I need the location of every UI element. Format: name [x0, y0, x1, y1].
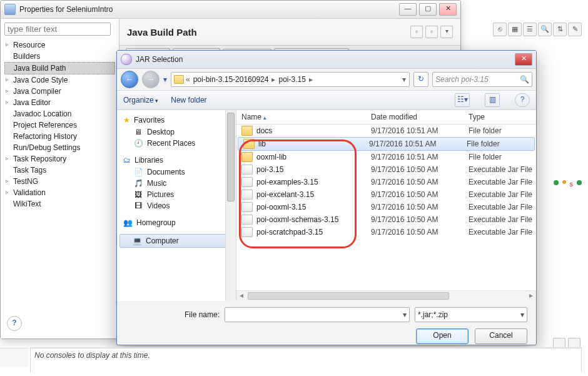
file-row[interactable]: poi-examples-3.159/17/2016 10:50 AMExecu…: [236, 176, 536, 188]
file-row[interactable]: poi-excelant-3.159/17/2016 10:50 AMExecu…: [236, 188, 536, 201]
file-name-input[interactable]: ▾: [225, 307, 410, 322]
toolbar-button[interactable]: 🔍: [538, 23, 552, 36]
nav-icon: 🎞: [133, 201, 143, 210]
history-dropdown-icon[interactable]: ▾: [163, 75, 167, 84]
tree-item[interactable]: Javadoc Location: [4, 108, 115, 119]
tree-item[interactable]: Project References: [4, 119, 115, 131]
chevron-down-icon[interactable]: ▾: [520, 310, 524, 319]
file-name-label: File name:: [126, 310, 220, 319]
properties-titlebar[interactable]: Properties for SeleniumIntro — ▢ ✕: [1, 1, 460, 19]
nav-item[interactable]: 📄Documents: [117, 166, 236, 178]
view-options-button[interactable]: ☷▾: [455, 93, 470, 107]
column-headers[interactable]: Name Date modified Type: [236, 110, 536, 124]
tree-item[interactable]: Task Repository: [4, 153, 115, 165]
nav-scrollbar[interactable]: [225, 110, 236, 301]
tree-item[interactable]: Java Editor: [4, 97, 115, 108]
file-row[interactable]: docs9/17/2016 10:51 AMFile folder: [236, 124, 536, 137]
toolbar-button[interactable]: ☰: [523, 23, 537, 36]
tree-item[interactable]: Java Build Path: [4, 62, 115, 74]
file-type: File folder: [464, 153, 536, 161]
homegroup-item[interactable]: 👥 Homegroup: [117, 216, 236, 229]
computer-item[interactable]: 💻 Computer: [119, 234, 233, 248]
back-icon[interactable]: ⬨: [410, 26, 423, 38]
refresh-button[interactable]: ↻: [413, 72, 428, 87]
tree-item[interactable]: Refactoring History: [4, 131, 115, 142]
libraries-group[interactable]: 🗂 Libraries: [117, 154, 236, 166]
tree-item[interactable]: Task Tags: [4, 165, 115, 176]
file-row[interactable]: poi-scratchpad-3.159/17/2016 10:50 AMExe…: [236, 226, 536, 238]
tree-item[interactable]: Run/Debug Settings: [4, 142, 115, 153]
toolbar-button[interactable]: ⇅: [553, 23, 567, 36]
crumb-current[interactable]: poi-3.15: [277, 75, 307, 84]
file-date: 9/17/2016 10:50 AM: [366, 203, 464, 211]
libraries-icon: 🗂: [123, 156, 131, 165]
chevron-icon: «: [185, 75, 191, 84]
chevron-down-icon[interactable]: ▾: [402, 75, 407, 84]
tree-item[interactable]: Resource: [4, 39, 115, 51]
nav-back-button[interactable]: ←: [121, 71, 138, 88]
toolbar-button[interactable]: ▦: [508, 23, 522, 36]
tree-item[interactable]: Java Code Style: [4, 74, 115, 86]
tree-item[interactable]: WikiText: [4, 198, 115, 210]
folder-icon: [241, 126, 253, 136]
organize-menu[interactable]: Organize: [123, 96, 158, 104]
file-date: 9/17/2016 10:51 AM: [364, 140, 462, 148]
cancel-button[interactable]: Cancel: [475, 328, 527, 344]
folder-icon: [243, 139, 255, 149]
col-date[interactable]: Date modified: [366, 113, 464, 121]
chevron-down-icon[interactable]: ▾: [403, 310, 407, 319]
file-type: File folder: [462, 140, 534, 148]
help-icon[interactable]: ?: [515, 93, 530, 107]
tree-item[interactable]: Validation: [4, 187, 115, 198]
tree-item[interactable]: Builders: [4, 51, 115, 62]
nav-forward-button[interactable]: →: [142, 71, 160, 88]
help-button[interactable]: ?: [7, 316, 22, 331]
nav-item[interactable]: 🎵Music: [117, 178, 236, 189]
toolbar-button[interactable]: ⎋: [493, 23, 507, 36]
file-type: Executable Jar File: [464, 178, 536, 186]
filter-input[interactable]: [4, 23, 111, 36]
nav-item[interactable]: 🕘Recent Places: [117, 138, 236, 149]
console-view: No consoles to display at this time.: [30, 348, 582, 372]
nav-item[interactable]: 🎞Videos: [117, 200, 236, 211]
tree-item[interactable]: Java Compiler: [4, 86, 115, 97]
breadcrumb[interactable]: « poi-bin-3.15-20160924 ▸ poi-3.15 ▸ ▾: [171, 72, 410, 87]
favorites-group[interactable]: ★ Favorites: [117, 114, 236, 126]
search-input[interactable]: Search poi-3.15 🔍: [432, 72, 532, 87]
file-row[interactable]: poi-ooxml-3.159/17/2016 10:50 AMExecutab…: [236, 201, 536, 213]
status-s-icon: s: [570, 180, 574, 188]
file-row[interactable]: poi-ooxml-schemas-3.159/17/2016 10:50 AM…: [236, 213, 536, 226]
file-date: 9/17/2016 10:51 AM: [366, 153, 464, 161]
tree-item[interactable]: TestNG: [4, 176, 115, 187]
file-dialog-titlebar[interactable]: JAR Selection ✕: [117, 51, 536, 69]
forward-icon[interactable]: ⬨: [425, 26, 438, 38]
toolbar-button[interactable]: ✎: [568, 23, 582, 36]
col-type[interactable]: Type: [464, 113, 536, 121]
maximize-button[interactable]: ▢: [419, 3, 437, 16]
star-icon: ★: [123, 116, 130, 124]
nav-item[interactable]: 🖥Desktop: [117, 126, 236, 138]
file-row[interactable]: ooxml-lib9/17/2016 10:51 AMFile folder: [236, 151, 536, 163]
address-bar-row: ← → ▾ « poi-bin-3.15-20160924 ▸ poi-3.15…: [117, 69, 536, 90]
file-row[interactable]: lib9/17/2016 10:51 AMFile folder: [238, 137, 535, 151]
properties-tree-pane: ResourceBuildersJava Build PathJava Code…: [1, 19, 119, 338]
col-name[interactable]: Name: [236, 113, 366, 121]
minimize-button[interactable]: —: [399, 3, 417, 16]
nav-icon: 🕘: [133, 139, 143, 148]
open-button[interactable]: Open: [416, 328, 469, 344]
file-row[interactable]: poi-3.159/17/2016 10:50 AMExecutable Jar…: [236, 163, 536, 176]
h-scrollbar[interactable]: ◂▸: [236, 290, 536, 301]
status-dot-icon: [577, 180, 582, 185]
crumb-parent[interactable]: poi-bin-3.15-20160924: [192, 75, 270, 84]
nav-item[interactable]: 🖼Pictures: [117, 189, 236, 200]
preview-pane-button[interactable]: ▥: [485, 93, 500, 107]
close-button[interactable]: ✕: [439, 3, 457, 16]
menu-icon[interactable]: ▾: [440, 26, 453, 38]
file-type-select[interactable]: *.jar;*.zip ▾: [415, 307, 527, 322]
new-folder-button[interactable]: New folder: [171, 96, 206, 104]
nav-icon: 🎵: [133, 179, 143, 188]
jar-icon: [241, 177, 253, 187]
jar-icon: [241, 215, 253, 225]
close-button[interactable]: ✕: [515, 53, 532, 66]
file-type: Executable Jar File: [464, 215, 536, 224]
